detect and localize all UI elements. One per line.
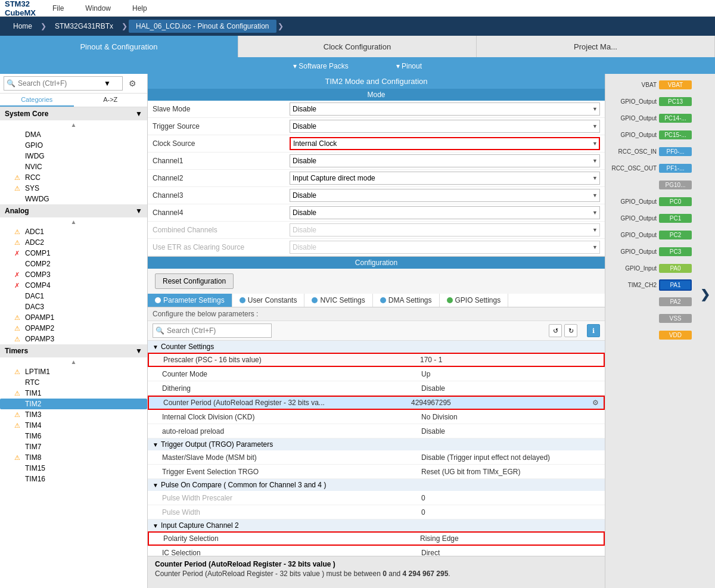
sidebar-item-tim4[interactable]: ⚠TIM4 — [0, 420, 147, 431]
combined-channels-select[interactable]: Disable — [290, 223, 600, 237]
params-next-btn[interactable]: ↻ — [564, 324, 577, 337]
chip-pin-button[interactable]: PC0 — [659, 197, 692, 206]
sidebar-item-tim7[interactable]: TIM7 — [0, 441, 147, 452]
sidebar-item-dac3[interactable]: DAC3 — [0, 301, 147, 312]
breadcrumb-home[interactable]: Home — [6, 20, 39, 33]
params-search-input[interactable] — [167, 326, 250, 335]
slave-mode-select[interactable]: Disable — [290, 102, 600, 116]
channel2-select[interactable]: Input Capture direct mode — [290, 172, 600, 185]
params-prev-btn[interactable]: ↺ — [549, 324, 562, 337]
sidebar-item-nvic[interactable]: NVIC — [0, 161, 147, 172]
sidebar-item-adc2[interactable]: ⚠ADC2 — [0, 237, 147, 248]
mode-section-title: Mode — [148, 89, 605, 101]
channel4-select[interactable]: Disable — [290, 206, 600, 219]
sidebar-item-opamp2[interactable]: ⚠OPAMP2 — [0, 323, 147, 334]
sidebar-item-comp2[interactable]: COMP2 — [0, 259, 147, 269]
sidebar-item-lptim1[interactable]: ⚠LPTIM1 — [0, 366, 147, 377]
sidebar-item-tim2[interactable]: TIM2 — [0, 399, 147, 409]
tab-project[interactable]: Project Ma... — [477, 36, 715, 57]
sidebar-item-adc1[interactable]: ⚠ADC1 — [0, 226, 147, 237]
params-info-btn[interactable]: ℹ — [587, 324, 600, 337]
sidebar-item-opamp3[interactable]: ⚠OPAMP3 — [0, 334, 147, 344]
use-etr-select[interactable]: Disable — [290, 241, 600, 254]
sidebar-item-tim6[interactable]: TIM6 — [0, 431, 147, 441]
sidebar-item-tim16[interactable]: TIM16 — [0, 474, 147, 484]
param-group-poc-header[interactable]: ▼ Pulse On Compare ( Common for Channel … — [148, 479, 605, 491]
sidebar-item-comp1[interactable]: ✗COMP1 — [0, 248, 147, 259]
sidebar-item-comp4[interactable]: ✗COMP4 — [0, 280, 147, 291]
sidebar-item-tim8[interactable]: ⚠TIM8 — [0, 452, 147, 463]
menu-window[interactable]: Window — [80, 4, 116, 13]
chip-pin-button[interactable]: PC14-... — [659, 114, 692, 123]
sub-tab-parameter-settings[interactable]: Parameter Settings — [148, 294, 232, 307]
sub-tab-gpio-settings[interactable]: GPIO Settings — [440, 294, 509, 307]
chip-pin-button[interactable]: VDD — [659, 331, 692, 340]
sidebar-item-tim1[interactable]: ⚠TIM1 — [0, 388, 147, 399]
section-up-arrow[interactable]: ▲ — [71, 122, 77, 128]
channel3-select[interactable]: Disable — [290, 189, 600, 202]
chip-pin-label: RCC_OSC_OUT — [605, 165, 659, 172]
chip-right-nav-icon[interactable]: ❯ — [700, 287, 710, 301]
chip-pin-button[interactable]: PA0 — [659, 264, 692, 273]
menu-file[interactable]: File — [48, 4, 69, 13]
tim8-warning-icon: ⚠ — [14, 454, 23, 462]
sub-tab-nvic-settings[interactable]: NVIC Settings — [304, 294, 372, 307]
chip-pin-button[interactable]: VBAT — [659, 80, 692, 89]
sidebar-item-gpio[interactable]: GPIO — [0, 140, 147, 151]
timers-up-arrow[interactable]: ▲ — [71, 359, 77, 365]
chip-pin-button[interactable]: VSS — [659, 314, 692, 323]
chip-pin-button[interactable]: PC3 — [659, 247, 692, 256]
clock-source-select[interactable]: Internal Clock — [290, 137, 600, 150]
sidebar-item-sys[interactable]: ⚠SYS — [0, 183, 147, 194]
chip-pin-button[interactable]: PC2 — [659, 231, 692, 239]
packs-item-pinout[interactable]: ▾ Pinout — [396, 62, 422, 70]
channel1-select[interactable]: Disable — [290, 154, 600, 167]
sidebar-item-comp3[interactable]: ✗COMP3 — [0, 269, 147, 280]
param-group-ic2-header[interactable]: ▼ Input Capture Channel 2 — [148, 519, 605, 531]
sidebar-item-iwdg[interactable]: IWDG — [0, 151, 147, 161]
chip-pin-button[interactable]: PF1-... — [659, 164, 692, 173]
breadcrumb-file[interactable]: HAL_06_LCD.ioc - Pinout & Configuration — [129, 20, 276, 33]
pw-prescaler-value: 0 — [421, 494, 600, 502]
chip-pin-button[interactable]: PG10... — [659, 181, 692, 189]
tab-clock[interactable]: Clock Configuration — [238, 36, 477, 57]
sidebar-item-tim3[interactable]: ⚠TIM3 — [0, 409, 147, 420]
analog-up-arrow[interactable]: ▲ — [71, 219, 77, 225]
sidebar-section-systemcore-header[interactable]: System Core ▼ — [0, 107, 147, 120]
sub-tab-user-constants[interactable]: User Constants — [232, 294, 305, 307]
sidebar-search-input[interactable] — [18, 79, 101, 88]
sidebar-section-analog-arrow: ▼ — [135, 207, 142, 215]
sidebar-section-timers-header[interactable]: Timers ▼ — [0, 344, 147, 357]
counter-period-gear-icon[interactable]: ⚙ — [592, 399, 599, 407]
sidebar-item-wwdg[interactable]: WWDG — [0, 194, 147, 204]
chip-pin-button[interactable]: PA2 — [659, 297, 692, 306]
param-group-counter-settings-header[interactable]: ▼ Counter Settings — [148, 341, 605, 353]
channel3-label: Channel3 — [153, 191, 290, 200]
sidebar-tab-categories[interactable]: Categories — [0, 94, 74, 107]
sidebar-item-dma[interactable]: DMA — [0, 129, 147, 140]
param-row-autoreload-preload: auto-reload preload Disable — [148, 424, 605, 438]
packs-item-software[interactable]: ▾ Software Packs — [293, 62, 349, 70]
sidebar-item-rtc[interactable]: RTC — [0, 377, 147, 388]
sidebar-section-analog-header[interactable]: Analog ▼ — [0, 204, 147, 217]
chip-pin-button[interactable]: PF0-... — [659, 147, 692, 156]
chip-pin-button[interactable]: PC13 — [659, 97, 692, 106]
chip-pin-button[interactable]: PC1 — [659, 214, 692, 223]
breadcrumb-device[interactable]: STM32G431RBTx — [48, 20, 120, 33]
sidebar-tab-az[interactable]: A->Z — [74, 94, 148, 107]
sidebar-item-opamp1[interactable]: ⚠OPAMP1 — [0, 312, 147, 323]
reset-configuration-button[interactable]: Reset Configuration — [155, 273, 234, 289]
use-etr-select-wrapper: Disable — [290, 241, 600, 254]
sidebar-item-rcc[interactable]: ⚠RCC — [0, 172, 147, 183]
sidebar-item-dac1[interactable]: DAC1 — [0, 291, 147, 301]
sidebar-gear-icon[interactable]: ⚙ — [125, 76, 139, 91]
sub-tab-dma-settings[interactable]: DMA Settings — [373, 294, 440, 307]
chip-pin-button[interactable]: PA1 — [659, 279, 692, 291]
chip-pin-button[interactable]: PC15-... — [659, 130, 692, 139]
tab-pinout[interactable]: Pinout & Configuration — [0, 36, 238, 57]
sidebar-item-tim15[interactable]: TIM15 — [0, 463, 147, 474]
menu-help[interactable]: Help — [128, 4, 152, 13]
sidebar-dropdown-icon[interactable]: ▼ — [104, 79, 111, 88]
trigger-source-select[interactable]: Disable — [290, 120, 600, 133]
param-group-trgo-header[interactable]: ▼ Trigger Output (TRGO) Parameters — [148, 438, 605, 450]
